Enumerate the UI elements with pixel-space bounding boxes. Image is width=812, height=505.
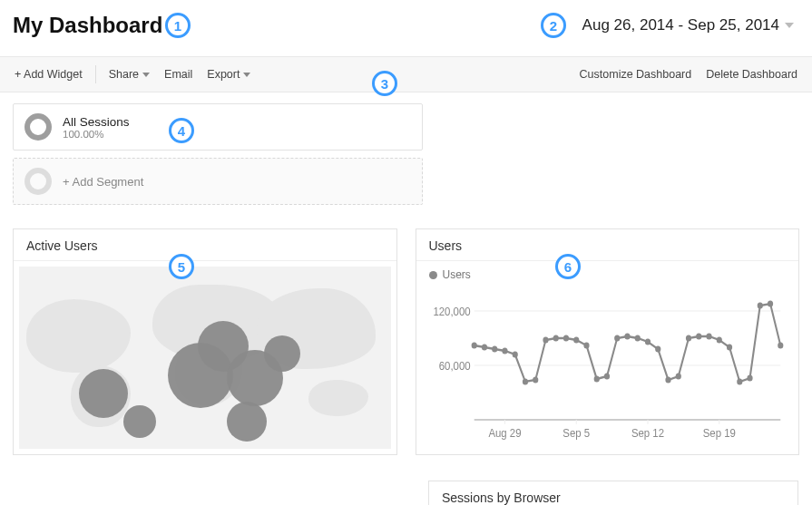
segment-title: All Sessions <box>63 115 130 129</box>
svg-point-33 <box>675 374 680 380</box>
toolbar-left: + Add Widget Share Email Export <box>13 64 252 84</box>
legend-dot-icon <box>429 271 437 279</box>
geo-map[interactable] <box>19 267 391 449</box>
svg-text:Aug 29: Aug 29 <box>488 426 521 440</box>
line-chart-svg: 120,00060,000Aug 29Sep 5Sep 12Sep 19 <box>429 286 787 445</box>
page-title: My Dashboard <box>13 13 162 38</box>
delete-dashboard-button[interactable]: Delete Dashboard <box>704 64 799 84</box>
svg-point-18 <box>522 379 527 385</box>
svg-point-35 <box>696 334 701 340</box>
svg-point-13 <box>471 343 476 349</box>
widget-row: Active Users Users Users <box>0 205 812 455</box>
svg-point-25 <box>593 376 599 383</box>
svg-point-26 <box>603 374 609 380</box>
map-bubble[interactable] <box>79 369 128 418</box>
segment-panel: All Sessions 100.00% + Add Segment <box>13 103 423 205</box>
header: My Dashboard Aug 26, 2014 - Sep 25, 2014 <box>0 0 812 56</box>
customize-dashboard-button[interactable]: Customize Dashboard <box>578 64 694 84</box>
date-range-picker[interactable]: Aug 26, 2014 - Sep 25, 2014 <box>577 13 799 38</box>
segment-text: All Sessions 100.00% <box>63 115 130 140</box>
email-button[interactable]: Email <box>162 64 194 84</box>
svg-point-29 <box>634 335 640 342</box>
segment-all-sessions[interactable]: All Sessions 100.00% <box>13 103 423 151</box>
svg-point-41 <box>757 303 762 309</box>
map-bubble[interactable] <box>227 402 267 442</box>
svg-point-28 <box>624 334 630 340</box>
chart-plot: 120,00060,000Aug 29Sep 5Sep 12Sep 19 <box>429 286 787 445</box>
widget-title: Users <box>416 229 799 261</box>
svg-point-19 <box>533 377 538 384</box>
map-bubble[interactable] <box>123 405 156 438</box>
svg-point-37 <box>716 337 721 344</box>
svg-point-22 <box>563 335 568 342</box>
svg-point-14 <box>481 345 486 351</box>
svg-point-38 <box>726 345 731 351</box>
toolbar-right: Customize Dashboard Delete Dashboard <box>578 64 799 84</box>
svg-point-30 <box>644 339 650 345</box>
svg-text:120,000: 120,000 <box>433 305 470 318</box>
svg-point-24 <box>583 343 589 349</box>
svg-point-42 <box>767 301 772 307</box>
widget-users: Users Users 120,00060,000Aug 29Sep 5Sep … <box>416 228 800 455</box>
svg-point-31 <box>655 346 660 353</box>
svg-point-27 <box>614 335 620 342</box>
svg-point-40 <box>747 375 752 382</box>
toolbar: + Add Widget Share Email Export Customiz… <box>0 56 812 92</box>
segment-ring-icon <box>24 168 52 195</box>
widget-sessions-by-browser: Sessions by Browser <box>428 481 798 505</box>
chevron-down-icon <box>243 73 250 77</box>
separator <box>95 65 96 83</box>
svg-point-34 <box>685 335 690 342</box>
svg-text:60,000: 60,000 <box>438 359 470 373</box>
svg-point-17 <box>512 352 517 358</box>
svg-point-23 <box>573 337 579 344</box>
share-button[interactable]: Share <box>107 64 152 84</box>
users-chart[interactable]: Users 120,00060,000Aug 29Sep 5Sep 12Sep … <box>416 261 799 454</box>
add-segment-label: + Add Segment <box>63 175 143 189</box>
svg-point-20 <box>543 337 548 344</box>
svg-text:Sep 19: Sep 19 <box>702 426 735 440</box>
svg-point-43 <box>778 343 783 349</box>
segment-percentage: 100.00% <box>63 129 130 140</box>
svg-text:Sep 12: Sep 12 <box>631 426 663 440</box>
chevron-down-icon <box>785 23 794 28</box>
add-segment-button[interactable]: + Add Segment <box>13 158 423 205</box>
svg-point-32 <box>665 377 670 384</box>
date-range-text: Aug 26, 2014 - Sep 25, 2014 <box>582 16 779 34</box>
svg-text:Sep 5: Sep 5 <box>563 426 590 440</box>
svg-point-36 <box>706 334 711 340</box>
widget-active-users: Active Users <box>13 228 397 455</box>
legend-label: Users <box>443 268 471 281</box>
svg-point-21 <box>553 335 558 342</box>
svg-point-39 <box>737 379 742 385</box>
chevron-down-icon <box>142 73 150 77</box>
svg-point-15 <box>492 346 497 353</box>
segment-ring-icon <box>24 113 52 141</box>
add-widget-button[interactable]: + Add Widget <box>13 64 84 84</box>
widget-title: Active Users <box>14 229 396 261</box>
svg-point-16 <box>502 348 507 354</box>
export-button[interactable]: Export <box>205 64 252 84</box>
widget-title: Sessions by Browser <box>429 481 797 505</box>
chart-legend: Users <box>429 268 787 281</box>
